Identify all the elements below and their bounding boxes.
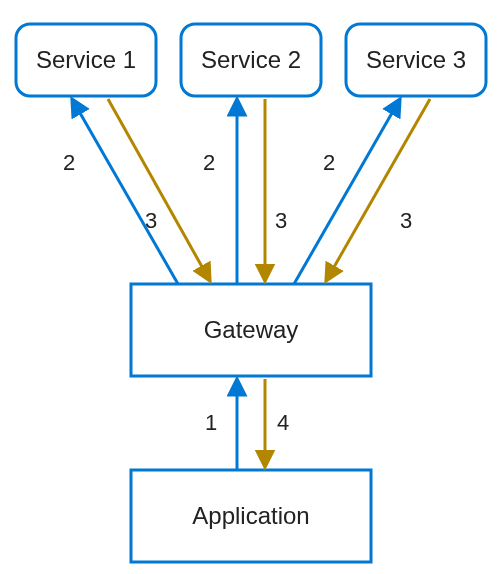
edge-label-gateway-to-application: 4 [277, 410, 289, 435]
edge-label-gateway-to-service2: 2 [203, 150, 215, 175]
edge-label-service2-to-gateway: 3 [275, 208, 287, 233]
edge-gateway-to-service3 [294, 99, 400, 284]
node-service-3: Service 3 [346, 24, 486, 96]
node-gateway: Gateway [131, 284, 371, 376]
service-1-label: Service 1 [36, 46, 136, 73]
edge-label-service3-to-gateway: 3 [400, 208, 412, 233]
node-service-1: Service 1 [16, 24, 156, 96]
edge-label-gateway-to-service1: 2 [63, 150, 75, 175]
service-2-label: Service 2 [201, 46, 301, 73]
edge-label-service1-to-gateway: 3 [145, 208, 157, 233]
edge-label-gateway-to-service3: 2 [323, 150, 335, 175]
edge-service3-to-gateway [326, 99, 430, 281]
node-service-2: Service 2 [181, 24, 321, 96]
gateway-label: Gateway [204, 316, 299, 343]
application-label: Application [192, 502, 309, 529]
edge-label-application-to-gateway: 1 [205, 410, 217, 435]
node-application: Application [131, 470, 371, 562]
architecture-diagram: Service 1 Service 2 Service 3 Gateway Ap… [0, 0, 502, 574]
service-3-label: Service 3 [366, 46, 466, 73]
